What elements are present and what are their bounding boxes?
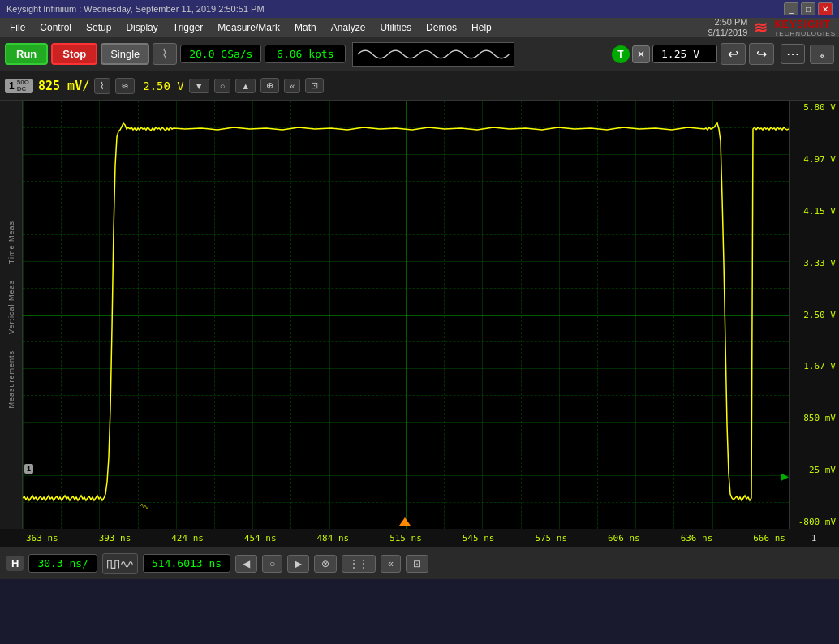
coupling-icon[interactable]: ⌇ (94, 78, 110, 94)
menu-bar: File Control Setup Display Trigger Measu… (0, 18, 839, 37)
minimize-button[interactable]: _ (784, 2, 798, 15)
zoom-toggle-button[interactable]: ⊗ (314, 555, 337, 573)
autoscale-button[interactable]: ⟁ (810, 45, 834, 64)
time-labels-inner: 363 ns 393 ns 424 ns 454 ns 484 ns 515 n… (23, 533, 789, 543)
y-label-0: 5.80 V (793, 102, 836, 113)
center-cursor-button[interactable]: ○ (262, 555, 282, 573)
channel-number: 1 50ΩDC (5, 79, 33, 93)
options-button[interactable]: ⋮⋮ (342, 555, 376, 573)
y-label-8: -800 mV (793, 517, 836, 527)
y-label-4: 2.50 V (793, 310, 836, 320)
close-button[interactable]: ✕ (818, 2, 833, 15)
logo-time: 2:50 PM9/11/2019 (708, 17, 747, 38)
y-label-2: 4.15 V (793, 206, 836, 217)
title-bar: Keysight Infiniium : Wednesday, Septembe… (0, 0, 839, 18)
expand-button[interactable]: ⊡ (305, 78, 324, 93)
measurements-label: Measurements (7, 350, 15, 409)
menu-display[interactable]: Display (119, 20, 164, 35)
time-ref-marker (399, 517, 411, 526)
time-label-0: 363 ns (26, 533, 58, 543)
time-label-1: 393 ns (99, 533, 131, 543)
y-label-3: 3.33 V (793, 258, 836, 268)
memory-depth-display: 6.06 kpts (265, 45, 346, 63)
time-label-2: 424 ns (171, 533, 204, 543)
scope-main-area: Time Meas Vertical Meas Measurements (0, 101, 839, 529)
menu-measure-mark[interactable]: Measure/Mark (211, 20, 286, 35)
title-text: Keysight Infiniium : Wednesday, Septembe… (6, 4, 265, 14)
menu-utilities[interactable]: Utilities (373, 20, 418, 35)
logo-keysight: KEYSIGHT (774, 19, 830, 30)
undo-button[interactable]: ↩ (721, 43, 746, 65)
time-axis-index: 1 (789, 533, 839, 543)
offset-down-button[interactable]: ▼ (189, 79, 209, 93)
prev-cursor-button[interactable]: ◀ (235, 555, 257, 573)
time-label-9: 636 ns (681, 533, 713, 543)
split-button[interactable]: ⊡ (406, 555, 428, 573)
zoom-plus-button[interactable]: ⊕ (260, 78, 279, 93)
fast-forward-button[interactable]: « (284, 79, 300, 93)
trigger-level-display: 1.25 V (652, 45, 717, 63)
y-label-1: 4.97 V (793, 154, 836, 165)
vertical-meas-label: Vertical Meas (7, 280, 15, 334)
time-label-10: 666 ns (753, 533, 785, 543)
menu-help[interactable]: Help (465, 20, 498, 35)
menu-demos[interactable]: Demos (420, 20, 463, 35)
bottom-toolbar: H 30.3 ns/ 514.6013 ns ◀ ○ ▶ ⊗ ⋮⋮ « ⊡ (0, 547, 839, 579)
toolbar: Run Stop Single ⌇ 20.0 GSa/s 6.06 kpts T… (0, 37, 839, 71)
channel-marker: 1 (24, 464, 33, 474)
trigger-x-badge: ✕ (632, 45, 650, 63)
time-label-4: 484 ns (317, 533, 350, 543)
next-cursor-button[interactable]: ▶ (287, 555, 309, 573)
trigger-t-badge: T (612, 45, 630, 63)
sample-rate-display: 20.0 GSa/s (180, 45, 261, 63)
channel-bar: 1 50ΩDC 825 mV/ ⌇ ≋ 2.50 V ▼ ○ ▲ ⊕ « ⊡ (0, 71, 839, 101)
menu-analyze[interactable]: Analyze (325, 20, 372, 35)
y-label-6: 850 mV (793, 413, 836, 423)
menu-file[interactable]: File (3, 20, 32, 35)
time-axis: 363 ns 393 ns 424 ns 454 ns 484 ns 515 n… (0, 529, 839, 547)
menu-trigger[interactable]: Trigger (166, 20, 210, 35)
trigger-mode-icon[interactable]: ⌇ (153, 43, 177, 65)
logo-icon: ≋ (754, 18, 768, 37)
menu-control[interactable]: Control (33, 20, 78, 35)
run-button[interactable]: Run (5, 43, 48, 65)
y-label-7: 25 mV (793, 465, 836, 475)
maximize-button[interactable]: □ (801, 2, 815, 15)
time-label-5: 515 ns (389, 533, 422, 543)
channel-voltage-div: 825 mV/ (38, 79, 89, 93)
redo-button[interactable]: ↪ (749, 43, 774, 65)
menu-setup[interactable]: Setup (80, 20, 118, 35)
side-labels: Time Meas Vertical Meas Measurements (0, 101, 23, 529)
fast-prev-button[interactable]: « (381, 555, 401, 573)
time-label-8: 606 ns (608, 533, 640, 543)
invert-icon[interactable]: ≋ (115, 78, 135, 94)
logo-technologies: TECHNOLOGIES (774, 30, 836, 37)
time-label-6: 545 ns (463, 533, 495, 543)
y-label-5: 1.67 V (793, 361, 836, 371)
stop-button[interactable]: Stop (51, 43, 97, 65)
menu-math[interactable]: Math (288, 20, 323, 35)
offset-zero-button[interactable]: ○ (214, 79, 231, 93)
single-button[interactable]: Single (101, 43, 149, 65)
waveform-controls[interactable]: ⋯ (781, 44, 805, 64)
trigger-section: T ✕ 1.25 V (612, 45, 717, 63)
y-axis: 5.80 V 4.97 V 4.15 V 3.33 V 2.50 V 1.67 … (789, 101, 839, 529)
time-meas-label: Time Meas (7, 221, 15, 264)
time-label-3: 454 ns (244, 533, 277, 543)
trigger-waveform-display (352, 42, 514, 67)
waveform-type-icon (102, 553, 138, 574)
time-label-7: 575 ns (535, 533, 567, 543)
horizontal-badge: H (6, 556, 24, 571)
cursor-position-display: 514.6013 ns (143, 554, 230, 573)
channel-offset: 2.50 V (143, 79, 184, 92)
waveform-svg (23, 101, 789, 529)
offset-up-button[interactable]: ▲ (235, 79, 256, 93)
timebase-display: 30.3 ns/ (28, 554, 97, 573)
scope-screen: 1 (23, 101, 789, 529)
